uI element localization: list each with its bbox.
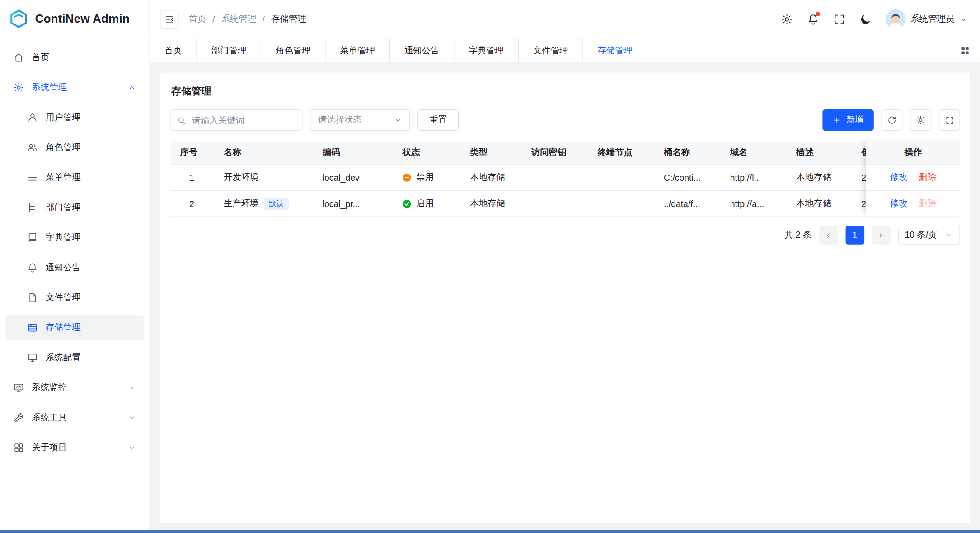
add-button[interactable]: 新增 <box>822 109 873 131</box>
breadcrumb-home[interactable]: 首页 <box>189 14 206 25</box>
page-size-value: 10 条/页 <box>905 230 937 241</box>
content-area: 存储管理 请选择状态 重置 新增 <box>150 62 980 533</box>
sidebar-item-users[interactable]: 用户管理 <box>5 105 144 130</box>
tab-roles[interactable]: 角色管理 <box>261 39 325 62</box>
tab-dictionary[interactable]: 字典管理 <box>455 39 519 62</box>
sidebar-item-label: 系统配置 <box>46 352 80 363</box>
delete-link-disabled[interactable]: 删除 <box>919 198 936 209</box>
sidebar-item-system-monitor[interactable]: 系统监控 <box>5 375 144 400</box>
home-icon <box>13 52 24 63</box>
tab-departments[interactable]: 部门管理 <box>197 39 261 62</box>
sidebar-item-storage[interactable]: 存储管理 <box>5 315 144 340</box>
header-bucket: 桶名称 <box>654 146 720 158</box>
cell-description: 本地存储 <box>786 172 851 183</box>
status-select-placeholder: 请选择状态 <box>318 114 362 126</box>
sidebar-item-about[interactable]: 关于项目 <box>5 435 144 460</box>
tab-files[interactable]: 文件管理 <box>519 39 583 62</box>
cell-name: 生产环境 默认 <box>214 197 313 210</box>
bell-icon <box>27 262 38 274</box>
dark-mode-moon-icon[interactable] <box>859 13 872 26</box>
pagination-prev-button[interactable] <box>819 226 838 244</box>
cell-type: 本地存储 <box>460 172 521 183</box>
chevron-up-icon <box>127 83 136 92</box>
main-area: 首页 / 系统管理 / 存储管理 <box>150 0 980 533</box>
breadcrumb-separator: / <box>263 14 265 24</box>
cell-index: 2 <box>170 198 214 208</box>
tab-home[interactable]: 首页 <box>150 39 197 62</box>
user-menu[interactable]: 系统管理员 <box>886 9 967 29</box>
tab-actions-grid-icon[interactable] <box>950 39 980 62</box>
sidebar-item-label: 系统监控 <box>32 382 67 393</box>
header-created: 创建时间 <box>851 146 866 158</box>
sidebar-item-label: 文件管理 <box>46 292 80 303</box>
sidebar-item-dictionary[interactable]: 字典管理 <box>5 225 144 250</box>
app-window: ContiNew Admin 首页 系统管理 用户管理 角色管理 <box>0 0 980 533</box>
toolbar-right-actions: 新增 <box>822 109 960 131</box>
sidebar-item-label: 通知公告 <box>46 262 80 274</box>
header-status: 状态 <box>393 146 460 158</box>
sidebar-item-files[interactable]: 文件管理 <box>5 285 144 310</box>
header-code: 编码 <box>313 146 393 158</box>
settings-icon[interactable] <box>781 13 793 26</box>
notification-dot <box>816 12 820 16</box>
storage-table: 序号 名称 编码 状态 类型 访问密钥 终端节点 桶名称 域名 描述 创建时间 <box>170 141 960 217</box>
header-access-key: 访问密钥 <box>521 146 588 158</box>
book-icon <box>27 232 38 243</box>
chevron-down-icon <box>946 231 953 239</box>
notification-bell-icon[interactable] <box>807 13 820 26</box>
sidebar-item-system-management[interactable]: 系统管理 <box>5 75 144 100</box>
page-title: 存储管理 <box>171 85 959 98</box>
fullscreen-icon[interactable] <box>833 13 846 26</box>
pagination-next-button[interactable] <box>872 226 890 244</box>
table-row-actions: 修改 删除 <box>866 191 960 217</box>
status-select[interactable]: 请选择状态 <box>310 109 410 131</box>
sidebar-collapse-button[interactable] <box>160 10 178 28</box>
sidebar-item-label: 角色管理 <box>46 142 80 153</box>
gear-icon <box>13 82 24 93</box>
header-index: 序号 <box>170 146 214 158</box>
sidebar-item-label: 用户管理 <box>46 112 80 123</box>
add-button-label: 新增 <box>846 114 864 126</box>
sidebar-item-home[interactable]: 首页 <box>5 45 144 70</box>
cell-domain: http://a... <box>720 198 787 208</box>
cell-code: local_dev <box>313 172 393 182</box>
sidebar-item-label: 菜单管理 <box>46 172 80 183</box>
tab-notices[interactable]: 通知公告 <box>390 39 454 62</box>
sidebar-item-departments[interactable]: 部门管理 <box>5 195 144 220</box>
cell-domain: http://l... <box>720 172 787 182</box>
org-tree-icon <box>27 202 38 213</box>
page-size-select[interactable]: 10 条/页 <box>898 226 960 244</box>
search-input[interactable] <box>191 114 295 126</box>
expand-table-button[interactable] <box>939 109 960 131</box>
reset-button[interactable]: 重置 <box>417 109 459 131</box>
sidebar-item-system-tools[interactable]: 系统工具 <box>5 405 144 430</box>
sidebar-item-menus[interactable]: 菜单管理 <box>5 165 144 190</box>
refresh-button[interactable] <box>881 109 902 131</box>
brand-name: ContiNew Admin <box>35 12 129 25</box>
delete-link[interactable]: 删除 <box>919 172 936 183</box>
user-group-icon <box>27 142 38 153</box>
grid-icon <box>13 442 24 453</box>
chevron-down-icon <box>127 443 136 452</box>
edit-link[interactable]: 修改 <box>890 198 908 209</box>
sidebar-item-system-config[interactable]: 系统配置 <box>5 345 144 370</box>
chevron-down-icon <box>394 116 402 124</box>
edit-link[interactable]: 修改 <box>890 172 908 183</box>
pagination-page-1[interactable]: 1 <box>845 226 864 244</box>
sidebar-item-label: 存储管理 <box>46 322 80 333</box>
menu-list-icon <box>27 172 38 183</box>
cell-status: 禁用 <box>393 172 460 183</box>
header-endpoint: 终端节点 <box>587 146 654 158</box>
tab-menus[interactable]: 菜单管理 <box>326 39 390 62</box>
breadcrumb: 首页 / 系统管理 / 存储管理 <box>189 14 306 25</box>
sidebar-item-notices[interactable]: 通知公告 <box>5 255 144 280</box>
column-settings-button[interactable] <box>910 109 931 131</box>
cell-created: 20 <box>851 198 866 208</box>
tab-storage[interactable]: 存储管理 <box>583 39 647 62</box>
cell-index: 1 <box>170 172 214 182</box>
brand[interactable]: ContiNew Admin <box>0 0 150 38</box>
header-type: 类型 <box>460 146 521 158</box>
breadcrumb-system[interactable]: 系统管理 <box>221 14 256 25</box>
sidebar-item-roles[interactable]: 角色管理 <box>5 135 144 160</box>
table-scroll-area[interactable]: 序号 名称 编码 状态 类型 访问密钥 终端节点 桶名称 域名 描述 创建时间 <box>170 141 866 217</box>
